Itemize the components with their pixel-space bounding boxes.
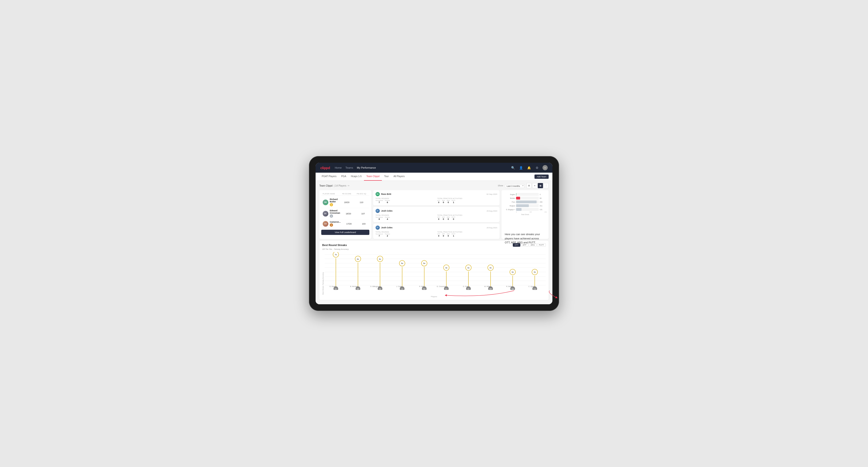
period-select-wrap: Last 3 months Last 6 months Last year [505, 184, 525, 188]
nav-my-performance[interactable]: My Performance [357, 166, 376, 169]
pb-avg-1: 110 [355, 201, 368, 204]
rounds-stat-row-3: Tournament7 Practice2 [375, 233, 435, 237]
team-controls: Show Last 3 months Last 6 months Last ye… [498, 183, 549, 188]
nav-icons: 🔍 👤 🔔 ⚙ U [510, 165, 548, 170]
avatar[interactable]: U [542, 165, 548, 170]
ott-value-1: 0 [438, 201, 439, 204]
svg-text:DF: DF [467, 288, 469, 290]
card-date-rees: 02 Sep 2023 [487, 193, 497, 195]
player-name-wrap: Cameron... 3 [330, 221, 341, 227]
card-player-info: JC Josh Coles [375, 225, 393, 230]
tab-pga[interactable]: PGA [339, 173, 348, 181]
activities-stat-row: OTT 0 APP 0 ARG [437, 200, 497, 204]
card-stats: Total Rounds Tournament 8 Practice [375, 214, 497, 220]
two-col-layout: PLAYER NAME PB SCORE PB AVG SQ RB Richar… [319, 190, 549, 239]
bar-label: Pars [503, 201, 515, 203]
rank-badge-3: 3 [330, 223, 333, 227]
grid-view-button[interactable]: ⊞ [526, 183, 532, 188]
total-rounds-label: Total Rounds [375, 198, 435, 199]
bar-wrap [516, 197, 539, 199]
pb-score-2: 18/20 [340, 213, 356, 215]
tournament-stat: Tournament 7 [375, 200, 383, 204]
card-player-info: JC Josh Coles [375, 209, 393, 213]
tab-hcaps[interactable]: Hcaps 1-5 [349, 173, 364, 181]
tab-team-clippd[interactable]: Team Clippd [364, 173, 382, 181]
table-row[interactable]: RB Richard Butler 1 19/20 110 [321, 197, 369, 208]
bar-label: D. Bogeys + [503, 209, 515, 210]
rounds-stat-row: Tournament 7 Practice 6 [375, 200, 435, 204]
tab-tour[interactable]: Tour [382, 173, 391, 181]
x-axis-label: Players [322, 295, 546, 298]
card-player-name-josh1: Josh Coles [381, 210, 393, 212]
player-count: | 14 Players [334, 184, 346, 187]
annotation-text: Here you can see streaks your players ha… [505, 232, 545, 245]
svg-text:5x: 5x [401, 262, 403, 264]
stat-group-activities: Total Practice Activities OTT 0 APP [437, 198, 497, 204]
practice-value-1: 6 [387, 201, 388, 204]
nav-logo: clippd [320, 166, 330, 170]
card-player-name-rees: Rees Britt [381, 193, 391, 195]
bar-value: 96 [540, 197, 547, 199]
arg-value-1: 0 [448, 201, 449, 204]
avatar-josh1: JC [375, 209, 380, 213]
player-info: RB Richard Butler 1 [323, 198, 338, 206]
bar-row: Birdies 96 [503, 197, 547, 199]
bar-row: D. Bogeys + 131 [503, 208, 547, 211]
svg-text:DB: DB [379, 288, 381, 290]
edit-icon[interactable]: ✏ [348, 184, 349, 187]
player-info: CA Cameron... 3 [323, 221, 341, 227]
player-name-wrap: Richard Butler 1 [330, 198, 338, 206]
player-name-wrap: Edward Crossman 2 [330, 210, 340, 218]
bar-value: 131 [540, 209, 547, 210]
lb-col-pb-avg: PB AVG SQ [355, 193, 368, 195]
nav-home[interactable]: Home [335, 166, 342, 169]
bar-axis: 0 200 400 [503, 211, 547, 213]
list-view-button[interactable]: ≡ [532, 183, 537, 188]
tab-pgat-players[interactable]: PGAT Players [319, 173, 339, 181]
activities-stat-row-2: OTT0 APP0 ARG0 PUTT0 [437, 217, 497, 220]
tab-all-players[interactable]: All Players [391, 173, 407, 181]
svg-text:BM: BM [357, 288, 359, 290]
svg-text:EE: EE [335, 288, 337, 290]
table-row[interactable]: EC Edward Crossman 2 18/20 107 [321, 208, 369, 219]
svg-text:4x: 4x [467, 267, 470, 269]
bar-value: 311 [540, 205, 547, 207]
rank-badge-1: 1 [330, 203, 333, 206]
add-team-button[interactable]: Add Team [534, 175, 549, 179]
svg-text:5x: 5x [423, 262, 425, 264]
bell-button[interactable]: 🔔 [526, 165, 532, 170]
putt-value-1: 1 [453, 201, 454, 204]
streak-chart-wrapper: Best Streak, Fairway Accuracy 012345677x… [322, 252, 546, 294]
table-row[interactable]: CA Cameron... 3 17/20 103 [321, 219, 369, 228]
stat-group-activities-3: Total Practice Activities OTT0 APP0 ARG0… [437, 231, 497, 237]
period-select[interactable]: Last 3 months Last 6 months Last year [505, 184, 525, 188]
detail-view-button[interactable]: ⋮ [544, 183, 549, 188]
bar-chart-card: Eagles 3 Birdies 96 Pars 499 Bogeys 311 … [501, 190, 549, 239]
bar-label: Bogeys [503, 205, 515, 207]
pb-avg-2: 107 [356, 213, 370, 215]
bar-chart-area: Eagles 3 Birdies 96 Pars 499 Bogeys 311 … [503, 193, 547, 211]
search-button[interactable]: 🔍 [510, 165, 516, 170]
settings-icon: ⚙ [536, 166, 538, 169]
bar-row: Pars 499 [503, 200, 547, 203]
player-name-3: Cameron... [330, 221, 341, 223]
svg-text:7x: 7x [335, 253, 337, 256]
activities-stat-row-3: OTT0 APP0 ARG0 PUTT1 [437, 233, 497, 237]
settings-button[interactable]: ⚙ [534, 165, 540, 170]
bar-value: 3 [540, 194, 547, 195]
y-axis-label: Best Streak, Fairway Accuracy [322, 252, 324, 294]
nav-teams[interactable]: Teams [346, 166, 353, 169]
card-date-josh2: 26 Aug 2023 [487, 227, 497, 229]
practice-activities-label: Total Practice Activities [437, 198, 497, 199]
svg-text:3x: 3x [512, 271, 514, 273]
user-button[interactable]: 👤 [519, 165, 524, 170]
card-view-button[interactable]: ▦ [538, 183, 543, 188]
bar-fill [516, 200, 536, 203]
bell-icon: 🔔 [527, 166, 531, 169]
card-stats: Total Rounds Tournament7 Practice2 Total… [375, 231, 497, 237]
practice-stat-2: Practice 4 [385, 217, 390, 220]
practice-value-2: 4 [387, 218, 388, 220]
player-card-josh1: JC Josh Coles 26 Aug 2023 Total Rounds [373, 207, 500, 222]
view-leaderboard-button[interactable]: View Full Leaderboard [321, 230, 369, 235]
search-icon: 🔍 [511, 166, 515, 169]
